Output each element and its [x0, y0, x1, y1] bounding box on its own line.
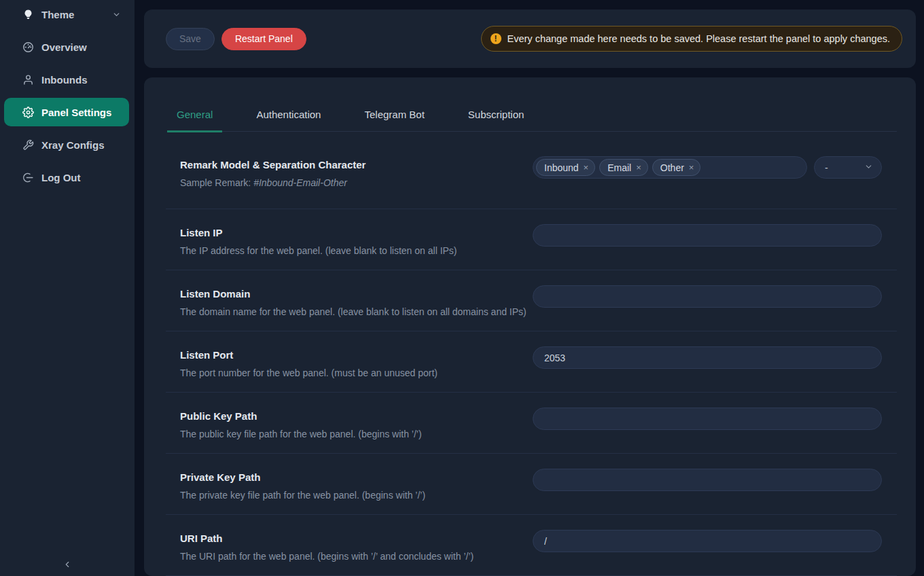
field-description: Sample Remark: #Inbound-Email-Other [180, 177, 366, 188]
field-text: Listen Port The port number for the web … [180, 349, 438, 378]
remove-tag-icon[interactable]: × [584, 163, 589, 172]
remove-tag-icon[interactable]: × [689, 163, 694, 172]
form-row-listen-port: Listen Port The port number for the web … [166, 331, 897, 393]
restart-warning-alert: ! Every change made here needs to be sav… [481, 26, 902, 52]
sidebar-item-label: Theme [41, 9, 74, 20]
sample-remark-text: #Inbound-Email-Other [253, 177, 347, 188]
chevron-down-icon [864, 162, 873, 173]
field-description: The port number for the web panel. (must… [180, 367, 438, 378]
field-description: The URI path for the web panel. (begins … [180, 551, 474, 562]
tag-inbound: Inbound × [536, 159, 595, 176]
field-label: Listen Port [180, 349, 438, 361]
field-label: Listen Domain [180, 288, 527, 300]
gauge-icon [22, 41, 34, 53]
remark-model-tags-input[interactable]: Inbound × Email × Other × [533, 156, 807, 179]
sidebar-item-label: Overview [41, 41, 87, 53]
listen-ip-input[interactable] [533, 224, 882, 247]
form-row-public-key-path: Public Key Path The public key file path… [166, 393, 897, 454]
field-text: Remark Model & Separation Character Samp… [180, 159, 366, 188]
alert-text: Every change made here needs to be saved… [508, 33, 890, 44]
listen-port-input[interactable] [533, 346, 882, 369]
public-key-path-input[interactable] [533, 408, 882, 430]
sidebar-item-inbounds[interactable]: Inbounds [4, 65, 129, 94]
logout-icon [22, 172, 34, 183]
separation-character-value: - [825, 162, 828, 173]
field-description: The IP address for the web panel. (leave… [180, 245, 457, 256]
field-text: URI Path The URI path for the web panel.… [180, 533, 474, 562]
remark-controls: Inbound × Email × Other × - [533, 156, 882, 179]
sidebar-item-xray-configs[interactable]: Xray Configs [4, 130, 129, 159]
settings-panel-card: General Authentication Telegram Bot Subs… [144, 77, 916, 576]
form-row-remark-model: Remark Model & Separation Character Samp… [166, 132, 897, 209]
field-description: The private key file path for the web pa… [180, 490, 425, 501]
uri-path-input[interactable] [533, 530, 882, 552]
form-row-listen-ip: Listen IP The IP address for the web pan… [166, 209, 897, 270]
private-key-path-input[interactable] [533, 469, 882, 491]
tab-telegram-bot[interactable]: Telegram Bot [355, 102, 433, 132]
settings-tabs: General Authentication Telegram Bot Subs… [167, 77, 897, 132]
lightbulb-icon [22, 9, 34, 20]
sidebar-item-theme[interactable]: Theme [4, 0, 129, 29]
field-label: Private Key Path [180, 471, 425, 483]
sidebar-item-overview[interactable]: Overview [4, 33, 129, 61]
tab-authentication[interactable]: Authentication [247, 102, 330, 132]
separation-character-select[interactable]: - [814, 156, 882, 179]
sidebar-item-label: Panel Settings [41, 107, 111, 118]
sidebar-item-label: Log Out [41, 172, 80, 183]
sidebar-collapse-button[interactable] [0, 557, 135, 575]
tag-email: Email × [599, 159, 648, 176]
user-icon [22, 74, 34, 86]
gear-icon [22, 107, 34, 118]
sidebar-item-label: Xray Configs [41, 139, 105, 151]
chevron-left-icon [63, 560, 72, 572]
field-label: Remark Model & Separation Character [180, 159, 366, 170]
wrench-icon [22, 139, 34, 151]
field-text: Listen Domain The domain name for the we… [180, 288, 527, 317]
tab-subscription[interactable]: Subscription [459, 102, 534, 132]
tab-general[interactable]: General [167, 102, 222, 132]
sidebar-item-log-out[interactable]: Log Out [4, 163, 129, 192]
sidebar-item-label: Inbounds [41, 74, 88, 86]
sidebar-nav: Theme Overview Inbounds Panel Settings [0, 0, 135, 192]
field-label: URI Path [180, 533, 474, 544]
field-description: The public key file path for the web pan… [180, 429, 422, 439]
save-button[interactable]: Save [166, 28, 215, 50]
field-text: Private Key Path The private key file pa… [180, 471, 425, 501]
field-text: Public Key Path The public key file path… [180, 410, 422, 439]
field-description: The domain name for the web panel. (leav… [180, 306, 527, 317]
remove-tag-icon[interactable]: × [636, 163, 641, 172]
sidebar-item-panel-settings[interactable]: Panel Settings [4, 98, 129, 126]
restart-panel-button[interactable]: Restart Panel [221, 28, 306, 50]
listen-domain-input[interactable] [533, 285, 882, 308]
toolbar-card: Save Restart Panel ! Every change made h… [144, 10, 916, 68]
field-text: Listen IP The IP address for the web pan… [180, 227, 457, 256]
warning-icon: ! [491, 33, 501, 44]
form-row-private-key-path: Private Key Path The private key file pa… [166, 454, 897, 515]
field-label: Listen IP [180, 227, 457, 238]
sidebar: Theme Overview Inbounds Panel Settings [0, 0, 135, 576]
chevron-down-icon [112, 10, 121, 19]
tag-other: Other × [652, 159, 701, 176]
form-row-listen-domain: Listen Domain The domain name for the we… [166, 270, 897, 331]
form-row-uri-path: URI Path The URI path for the web panel.… [166, 515, 897, 576]
main-content: Save Restart Panel ! Every change made h… [144, 0, 924, 576]
field-label: Public Key Path [180, 410, 422, 422]
